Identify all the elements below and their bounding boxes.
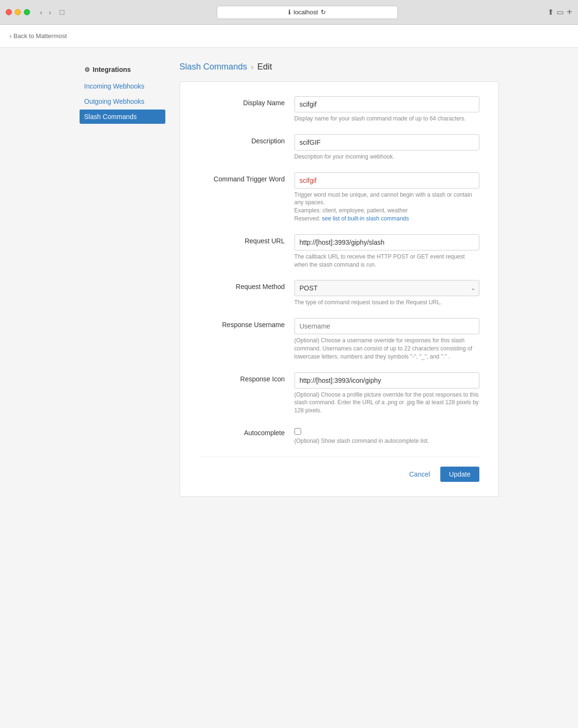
back-to-mattermost-link[interactable]: ‹ Back to Mattermost [10,32,67,40]
display-name-label: Display Name [199,96,294,107]
page-wrapper: ‹ Back to Mattermost ⚙ Integrations Inco… [0,25,578,728]
integrations-icon: ⚙ [84,66,90,73]
traffic-lights [6,9,30,15]
request-url-input[interactable] [294,234,479,250]
browser-chrome: ‹ › □ ℹ localhost ↻ ⬆ ▭ + [0,0,578,25]
nav-buttons: ‹ › [38,8,53,17]
response-username-input[interactable] [294,318,479,334]
forward-nav-button[interactable]: › [47,8,54,17]
form-actions: Cancel Update [199,467,479,482]
form-divider [199,457,479,457]
new-window-button[interactable]: ▭ [557,8,564,17]
autocomplete-row: Autocomplete (Optional) Show slash comma… [199,426,479,445]
sidebar: ⚙ Integrations Incoming Webhooks Outgoin… [80,62,165,497]
request-method-label: Request Method [199,280,294,290]
url-text: localhost [294,9,318,16]
response-username-help: (Optional) Choose a username override fo… [294,337,479,360]
trigger-word-field-group: Trigger word must be unique, and cannot … [294,172,479,223]
request-url-row: Request URL The callback URL to receive … [199,234,479,269]
response-icon-field-group: (Optional) Choose a profile picture over… [294,372,479,415]
content-area: Slash Commands › Edit Display Name Displ… [180,62,499,497]
request-method-row: Request Method POST GET ⌄ The type of co… [199,280,479,307]
breadcrumb: Slash Commands › Edit [180,62,499,72]
sidebar-item-outgoing-webhooks[interactable]: Outgoing Webhooks [80,94,165,109]
trigger-word-input[interactable] [294,172,479,189]
response-username-field-group: (Optional) Choose a username override fo… [294,318,479,360]
description-label: Description [199,134,294,145]
response-icon-help: (Optional) Choose a profile picture over… [294,391,479,415]
trigger-word-row: Command Trigger Word Trigger word must b… [199,172,479,223]
sidebar-item-incoming-webhooks[interactable]: Incoming Webhooks [80,79,165,93]
autocomplete-label: Autocomplete [199,426,294,437]
display-name-row: Display Name Display name for your slash… [199,96,479,123]
back-chevron-icon: ‹ [10,32,11,40]
request-method-select-wrapper: POST GET ⌄ [294,280,479,296]
back-label: Back to Mattermost [13,32,67,40]
request-url-help: The callback URL to receive the HTTP POS… [294,253,479,269]
request-url-field-group: The callback URL to receive the HTTP POS… [294,234,479,269]
request-method-field-group: POST GET ⌄ The type of command request i… [294,280,479,307]
address-bar[interactable]: ℹ localhost ↻ [217,6,398,19]
response-icon-row: Response Icon (Optional) Choose a profil… [199,372,479,415]
browser-actions: ⬆ ▭ + [548,7,572,18]
display-name-field-group: Display name for your slash command made… [294,96,479,123]
autocomplete-checkbox-wrapper [294,426,479,435]
form-card: Display Name Display name for your slash… [180,81,499,497]
breadcrumb-link[interactable]: Slash Commands [180,62,247,72]
reload-icon[interactable]: ↻ [321,9,326,16]
request-url-label: Request URL [199,234,294,245]
address-bar-wrapper: ℹ localhost ↻ [71,6,544,19]
response-icon-input[interactable] [294,372,479,389]
back-nav-button[interactable]: ‹ [38,8,45,17]
request-method-help: The type of command request issued to th… [294,299,479,307]
top-bar: ‹ Back to Mattermost [0,25,578,48]
description-input[interactable] [294,134,479,150]
description-row: Description Description for your incomin… [199,134,479,161]
maximize-button[interactable] [24,9,30,15]
breadcrumb-separator: › [251,63,254,71]
response-username-label: Response Username [199,318,294,329]
close-button[interactable] [6,9,12,15]
response-icon-label: Response Icon [199,372,294,383]
share-button[interactable]: ⬆ [548,8,554,17]
autocomplete-checkbox[interactable] [294,428,301,435]
main-layout: ⚙ Integrations Incoming Webhooks Outgoin… [61,48,518,511]
description-help: Description for your incoming webhook. [294,153,479,161]
autocomplete-help: (Optional) Show slash command in autocom… [294,437,479,445]
cancel-button[interactable]: Cancel [404,468,436,481]
response-username-row: Response Username (Optional) Choose a us… [199,318,479,360]
display-name-input[interactable] [294,96,479,112]
sidebar-section-header: ⚙ Integrations [80,62,165,77]
built-in-commands-link[interactable]: see list of built-in slash commands [322,215,409,222]
request-method-select[interactable]: POST GET [294,280,479,296]
breadcrumb-current: Edit [257,62,272,72]
sidebar-toggle-button[interactable]: □ [57,7,67,18]
sidebar-item-slash-commands[interactable]: Slash Commands [80,110,165,124]
minimize-button[interactable] [15,9,21,15]
info-icon: ℹ [288,9,291,16]
trigger-word-label: Command Trigger Word [199,172,294,183]
new-tab-button[interactable]: + [567,7,572,18]
sidebar-section-label: Integrations [93,66,131,73]
trigger-word-help: Trigger word must be unique, and cannot … [294,191,479,223]
autocomplete-field-group: (Optional) Show slash command in autocom… [294,426,479,445]
update-button[interactable]: Update [440,467,479,482]
description-field-group: Description for your incoming webhook. [294,134,479,161]
display-name-help: Display name for your slash command made… [294,115,479,123]
